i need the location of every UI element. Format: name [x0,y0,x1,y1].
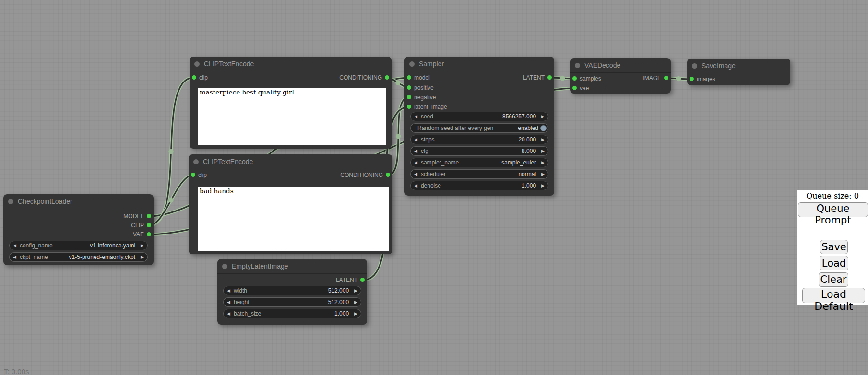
prompt-textarea[interactable]: masterpiece best quality girl [198,88,386,145]
node-title-label: EmptyLatentImage [232,259,288,273]
sampler-widget-sampler_name[interactable]: ◀sampler_namesample_euler▶ [410,158,548,167]
collapse-dot[interactable] [575,63,580,68]
output-port-dot[interactable] [147,214,151,218]
increment-arrow-icon[interactable]: ▶ [538,172,548,176]
checkpoint-loader-widget-config_name[interactable]: ◀config_namev1-inference.yaml▶ [9,241,148,250]
collapse-dot[interactable] [409,61,415,67]
increment-arrow-icon[interactable]: ▶ [538,183,548,188]
decrement-arrow-icon[interactable]: ◀ [411,183,421,188]
empty-latent-image-widget-height[interactable]: ◀height512.000▶ [223,297,361,307]
queue-panel: Queue size: 0 Queue Prompt Save Load Cle… [797,190,868,305]
widget-value: 1.000 [441,182,538,189]
sampler-node[interactable]: Samplermodelpositivenegativelatent_image… [404,57,554,196]
widget-label: height [234,299,250,305]
collapse-dot[interactable] [8,199,13,204]
collapse-dot[interactable] [222,264,227,269]
collapse-dot[interactable] [194,61,200,67]
output-port-dot[interactable] [360,278,365,282]
clip-text-encode-positive-node[interactable]: CLIPTextEncodeclipCONDITIONINGmasterpiec… [190,57,392,149]
save-image-node[interactable]: SaveImageimages [687,59,790,85]
empty-latent-image-titlebar: EmptyLatentImage [217,259,367,274]
decrement-arrow-icon[interactable]: ◀ [10,243,20,248]
increment-arrow-icon[interactable]: ▶ [351,288,361,293]
output-port-label: CONDITIONING [340,171,383,179]
decrement-arrow-icon[interactable]: ◀ [411,149,421,153]
output-port-label: VAE [133,230,144,239]
empty-latent-image-node[interactable]: EmptyLatentImageLATENT◀width512.000▶◀hei… [217,259,367,325]
sampler-titlebar: Sampler [404,57,554,71]
widget-label: scheduler [421,171,446,177]
decrement-arrow-icon[interactable]: ◀ [224,300,234,305]
input-port-dot[interactable] [690,77,694,81]
output-port-dot[interactable] [386,173,390,177]
widget-value: 512.000 [247,287,351,294]
queue-prompt-button[interactable]: Queue Prompt [798,202,868,217]
decrement-arrow-icon[interactable]: ◀ [224,288,234,293]
increment-arrow-icon[interactable]: ▶ [538,160,548,165]
link-negative-cond-middot [396,134,401,139]
graph-canvas[interactable]: CheckpointLoaderMODELCLIPVAE◀config_name… [0,0,868,375]
vae-decode-node[interactable]: VAEDecodesamplesvaeIMAGE [570,58,671,94]
vae-decode-output-IMAGE: IMAGE [570,74,671,82]
input-port-label: vae [580,84,589,93]
decrement-arrow-icon[interactable]: ◀ [224,311,234,316]
sampler-widget-Random-seed-after-every-gen[interactable]: Random seed after every genenabled [410,123,548,133]
node-title-label: CLIPTextEncode [204,57,254,71]
output-port-dot[interactable] [664,76,668,80]
prompt-textarea[interactable]: bad hands [198,187,389,251]
widget-label: denoise [421,182,441,189]
sampler-input-latent_image: latent_image [404,103,554,111]
input-port-label: positive [414,83,434,92]
toggle-value: enabled [493,125,540,131]
clear-button[interactable]: Clear [819,272,848,287]
checkpoint-loader-output-CLIP: CLIP [3,221,154,230]
increment-arrow-icon[interactable]: ▶ [137,243,147,248]
sampler-widget-cfg[interactable]: ◀cfg8.000▶ [410,146,548,156]
collapse-dot[interactable] [692,63,697,69]
widget-value: 8566257.000 [433,113,538,120]
widget-value: v1-inference.yaml [53,242,137,249]
checkpoint-loader-widget-ckpt_name[interactable]: ◀ckpt_namev1-5-pruned-emaonly.ckpt▶ [9,252,148,262]
output-port-dot[interactable] [547,75,552,80]
sampler-input-negative: negative [404,93,554,102]
input-port-dot[interactable] [407,105,411,109]
decrement-arrow-icon[interactable]: ◀ [411,160,421,165]
node-title-label: VAEDecode [584,58,620,72]
decrement-arrow-icon[interactable]: ◀ [411,172,421,176]
input-port-dot[interactable] [407,85,411,90]
input-port-label: latent_image [414,103,447,111]
increment-arrow-icon[interactable]: ▶ [538,114,548,119]
load-button[interactable]: Load [820,256,848,270]
save-button[interactable]: Save [820,240,848,254]
decrement-arrow-icon[interactable]: ◀ [10,255,20,259]
collapse-dot[interactable] [193,159,199,164]
sampler-widget-seed[interactable]: ◀seed8566257.000▶ [410,112,548,121]
output-port-dot[interactable] [147,223,151,227]
input-port-dot[interactable] [407,95,411,99]
output-port-dot[interactable] [147,232,151,236]
checkpoint-loader-node[interactable]: CheckpointLoaderMODELCLIPVAE◀config_name… [3,194,154,265]
decrement-arrow-icon[interactable]: ◀ [411,137,421,142]
sampler-widget-denoise[interactable]: ◀denoise1.000▶ [410,181,548,190]
toggle-state-dot[interactable] [540,125,547,131]
sampler-widget-steps[interactable]: ◀steps20.000▶ [410,135,548,144]
input-port-dot[interactable] [572,86,577,90]
load-default-button[interactable]: Load Default [802,288,865,303]
sampler-widget-scheduler[interactable]: ◀schedulernormal▶ [410,169,548,179]
increment-arrow-icon[interactable]: ▶ [538,137,548,142]
save-image-titlebar: SaveImage [687,59,790,73]
increment-arrow-icon[interactable]: ▶ [351,311,361,316]
clip-text-encode-negative-node[interactable]: CLIPTextEncodeclipCONDITIONINGbad hands [189,154,392,254]
output-port-dot[interactable] [385,75,389,80]
decrement-arrow-icon[interactable]: ◀ [411,114,421,119]
increment-arrow-icon[interactable]: ▶ [137,255,147,259]
node-title-label: SaveImage [702,59,736,73]
link-clip-positive-middot [168,149,173,154]
empty-latent-image-widget-batch_size[interactable]: ◀batch_size1.000▶ [223,309,361,318]
increment-arrow-icon[interactable]: ▶ [351,300,361,305]
increment-arrow-icon[interactable]: ▶ [538,149,548,153]
link-latent-samples-middot [560,76,565,81]
empty-latent-image-widget-width[interactable]: ◀width512.000▶ [223,286,361,295]
save-image-input-images: images [687,75,790,83]
render-timer-label: T: 0.00s [4,367,29,375]
